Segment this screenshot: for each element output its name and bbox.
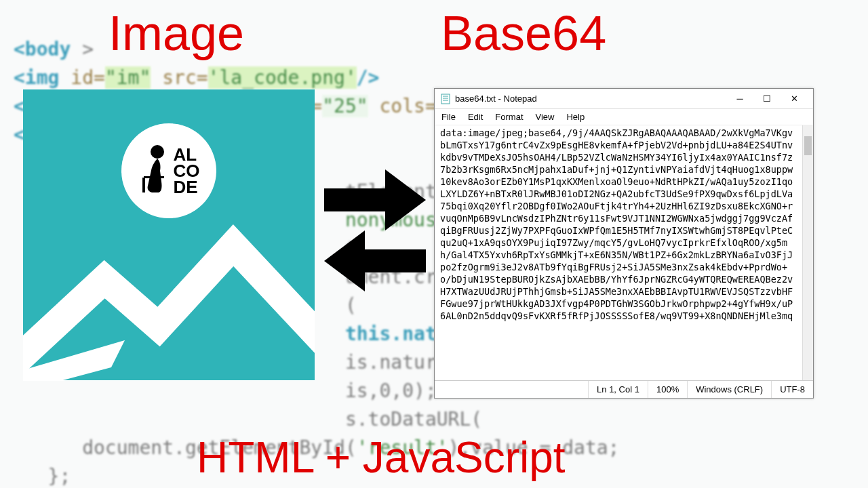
menu-help[interactable]: Help	[566, 112, 585, 122]
notepad-menu: File Edit Format View Help	[435, 109, 813, 125]
close-button[interactable]: ✕	[781, 89, 808, 108]
mountains-icon	[23, 218, 315, 381]
notepad-body[interactable]: data:image/jpeg;base64,/9j/4AAQSkZJRgABA…	[435, 125, 813, 380]
status-zoom: 100%	[648, 381, 687, 398]
scrollbar-thumb[interactable]	[804, 136, 812, 155]
label-bottom: HTML + JavaScript	[197, 432, 566, 483]
maximize-button[interactable]: ☐	[753, 89, 781, 108]
logo-circle: AL CO DE	[121, 123, 216, 218]
menu-format[interactable]: Format	[495, 112, 523, 122]
example-image: AL CO DE	[23, 89, 315, 381]
menu-edit[interactable]: Edit	[468, 112, 483, 122]
svg-rect-2	[142, 178, 145, 192]
swap-arrows-icon	[317, 156, 433, 305]
svg-rect-3	[324, 188, 392, 211]
person-icon	[138, 144, 171, 198]
notepad-icon	[440, 94, 451, 104]
svg-rect-1	[144, 176, 164, 178]
svg-rect-4	[358, 249, 426, 272]
notepad-title: base64.txt - Notepad	[455, 94, 726, 104]
notepad-window: base64.txt - Notepad ─ ☐ ✕ File Edit For…	[434, 88, 814, 399]
menu-file[interactable]: File	[441, 112, 456, 122]
menu-view[interactable]: View	[536, 112, 555, 122]
scrollbar[interactable]	[802, 125, 813, 380]
label-base64: Base64	[441, 5, 606, 61]
label-image: Image	[108, 5, 244, 61]
svg-rect-5	[441, 94, 450, 104]
status-encoding: UTF-8	[771, 381, 813, 398]
svg-point-0	[151, 145, 164, 159]
minimize-button[interactable]: ─	[726, 89, 753, 108]
status-eol: Windows (CRLF)	[687, 381, 771, 398]
status-position: Ln 1, Col 1	[588, 381, 648, 398]
notepad-titlebar[interactable]: base64.txt - Notepad ─ ☐ ✕	[435, 89, 813, 109]
notepad-statusbar: Ln 1, Col 1 100% Windows (CRLF) UTF-8	[435, 380, 813, 398]
